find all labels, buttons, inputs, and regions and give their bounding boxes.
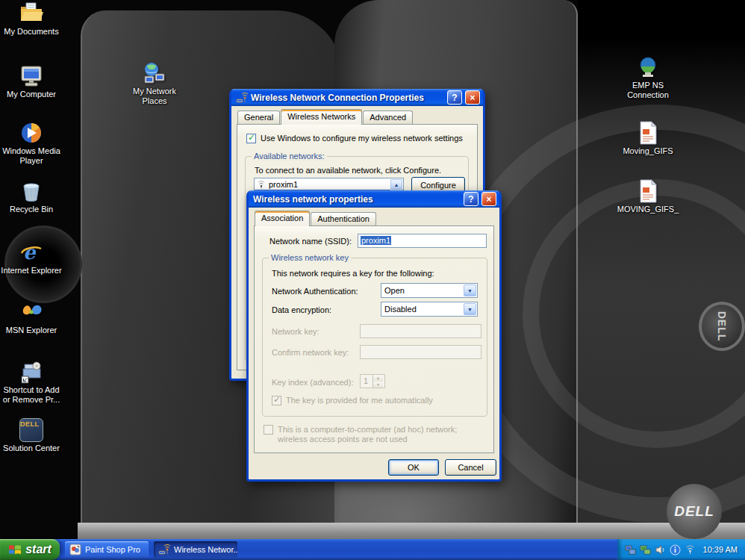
- network-authentication-label: Network Authentication:: [272, 287, 358, 296]
- association-tabpage: Network name (SSID): proxim1 Wireless ne…: [254, 225, 494, 453]
- network-authentication-value: Open: [382, 284, 464, 296]
- window-title: Wireless Network Connection Properties: [251, 93, 444, 103]
- solution-center-icon-text: DELL: [20, 420, 40, 428]
- close-button[interactable]: ×: [481, 192, 496, 206]
- taskbar-task-wireless-network[interactable]: Wireless Networ...: [154, 541, 237, 558]
- dell-badge-text: DELL: [716, 311, 728, 342]
- help-button[interactable]: ?: [464, 192, 479, 206]
- desktop-icon-my-network-places[interactable]: My Network Places: [123, 61, 186, 106]
- data-encryption-select[interactable]: Disabled ▼: [381, 302, 478, 317]
- desktop-icon-label: Moving_GIFS: [623, 146, 673, 156]
- ok-button[interactable]: OK: [388, 459, 439, 476]
- available-networks-instruction: To connect to an available network, clic…: [255, 166, 464, 175]
- start-button[interactable]: start: [0, 539, 60, 560]
- desktop-icon-moving-gifs[interactable]: Moving_GIFS: [617, 121, 679, 156]
- dell-badge: DELL: [699, 302, 745, 351]
- tray-network-icon[interactable]: [625, 544, 636, 556]
- network-key-label: Network key:: [272, 327, 319, 337]
- tray-volume-icon[interactable]: [655, 544, 666, 556]
- dropdown-button[interactable]: ▼: [464, 284, 476, 296]
- desktop-icon-label: My Documents: [4, 27, 58, 37]
- desktop-icon-label: Solution Center: [3, 444, 60, 453]
- data-encryption-label: Data encryption:: [272, 305, 331, 315]
- close-icon: ×: [470, 93, 475, 103]
- system-tray: 10:39 AM: [617, 539, 745, 560]
- wireless-network-key-caption: Wireless network key: [269, 253, 351, 263]
- wireless-signal-icon: [257, 180, 266, 189]
- desktop-icon-internet-explorer[interactable]: e Internet Explorer: [0, 240, 63, 276]
- my-network-places-icon: [143, 61, 166, 85]
- connection-dialog-titlebar[interactable]: Wireless Network Connection Properties ?…: [231, 89, 483, 106]
- properties-dialog-titlebar[interactable]: Wireless network properties ? ×: [249, 190, 499, 208]
- taskbar-task-paint-shop-pro[interactable]: Paint Shop Pro: [65, 541, 149, 558]
- desktop-icon-label: Windows Media Player: [0, 146, 63, 166]
- network-key-input: [360, 324, 481, 338]
- adhoc-checkbox: [264, 425, 273, 435]
- recycle-bin-icon: [19, 179, 43, 203]
- tab-wireless-networks[interactable]: Wireless Networks: [281, 109, 362, 125]
- scroll-up-icon: ▲: [394, 182, 399, 187]
- desktop-icon-emp-ns-connection[interactable]: EMP NS Connection: [617, 55, 679, 100]
- wireless-network-key-group: Wireless network key This network requir…: [262, 258, 487, 417]
- desktop-icon-msn-explorer[interactable]: MSN Explorer: [0, 300, 63, 335]
- emp-ns-connection-icon: [636, 55, 660, 79]
- solution-center-icon: DELL: [19, 418, 43, 442]
- tray-info-icon[interactable]: [670, 544, 681, 556]
- tray-wireless-icon[interactable]: [685, 544, 696, 556]
- desktop-icon-label: MSN Explorer: [6, 326, 57, 335]
- desktop-icon-label: MOVING_GIFS_: [617, 205, 679, 214]
- desktop-icon-label: Shortcut to Add or Remove Pr...: [0, 385, 63, 405]
- dell-logo-text: DELL: [674, 503, 714, 520]
- confirm-network-key-label: Confirm network key:: [272, 348, 349, 358]
- windows-media-player-icon: [19, 121, 43, 145]
- desktop-icon-label: My Network Places: [123, 87, 186, 106]
- use-windows-checkbox-label: Use Windows to configure my wireless net…: [261, 134, 463, 143]
- auto-key-checkbox: ✓: [272, 396, 281, 405]
- tray-network2-icon[interactable]: [640, 544, 651, 556]
- start-button-label: start: [25, 543, 52, 556]
- desktop-icon-solution-center[interactable]: DELL Solution Center: [0, 418, 63, 453]
- network-authentication-select[interactable]: Open ▼: [381, 283, 478, 298]
- paint-shop-pro-icon: [69, 544, 81, 556]
- spin-up-icon: ▲: [376, 376, 380, 380]
- desktop-icon-shortcut-add-remove[interactable]: Shortcut to Add or Remove Pr...: [0, 360, 63, 405]
- cancel-button[interactable]: Cancel: [445, 459, 496, 476]
- network-list-item[interactable]: proxim1: [255, 178, 403, 190]
- my-documents-icon: [19, 1, 43, 25]
- dell-logo: DELL: [667, 484, 722, 539]
- spin-down-icon: ▼: [376, 382, 380, 387]
- checkmark-icon: ✓: [273, 394, 281, 405]
- tab-association[interactable]: Association: [255, 211, 310, 226]
- desktop-icon-moving-gifs-2[interactable]: MOVING_GIFS_: [617, 179, 679, 214]
- wireless-connection-icon: [236, 92, 248, 104]
- close-icon: ×: [486, 194, 491, 205]
- desktop-icon-recycle-bin[interactable]: Recycle Bin: [0, 179, 63, 214]
- window-title: Wireless network properties: [253, 194, 461, 205]
- key-index-value: 1: [361, 375, 372, 388]
- chevron-down-icon: ▼: [467, 288, 473, 293]
- help-icon: ?: [452, 93, 457, 103]
- use-windows-checkbox[interactable]: ✓: [246, 134, 256, 143]
- chevron-down-icon: ▼: [467, 307, 473, 312]
- desktop-icon-my-computer[interactable]: My Computer: [0, 64, 63, 99]
- desktop-icon-my-documents[interactable]: My Documents: [0, 1, 63, 37]
- desktop-icon-label: EMP NS Connection: [617, 81, 679, 100]
- screen: DELL DELL My Documents My Computer My Ne…: [0, 0, 745, 560]
- network-item-label: proxim1: [269, 180, 298, 189]
- internet-explorer-icon: e: [19, 240, 43, 264]
- svg-text:e: e: [23, 241, 37, 264]
- add-remove-programs-icon: [19, 360, 43, 384]
- network-name-value: proxim1: [361, 236, 391, 245]
- key-index-label: Key index (advanced):: [272, 378, 353, 388]
- dropdown-button[interactable]: ▼: [464, 303, 476, 315]
- close-button[interactable]: ×: [465, 90, 480, 105]
- network-name-input[interactable]: proxim1: [358, 234, 487, 248]
- clock[interactable]: 10:39 AM: [703, 545, 738, 554]
- tab-general[interactable]: General: [237, 111, 280, 124]
- document-icon: [636, 121, 660, 145]
- tab-advanced[interactable]: Advanced: [363, 111, 413, 124]
- help-button[interactable]: ?: [447, 90, 462, 105]
- scroll-up-button[interactable]: ▲: [390, 179, 402, 190]
- tab-authentication[interactable]: Authentication: [311, 212, 376, 225]
- desktop-icon-windows-media-player[interactable]: Windows Media Player: [0, 121, 63, 166]
